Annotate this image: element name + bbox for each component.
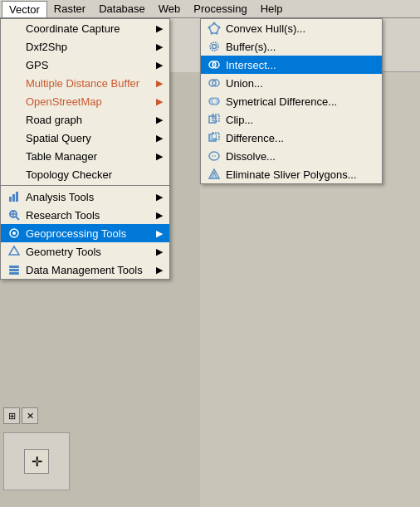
svg-point-17 [211,32,213,35]
table-manager-icon [6,149,22,163]
svg-marker-13 [209,23,219,33]
menu-help[interactable]: Help [254,1,290,17]
menu-item-data-mgmt-tools[interactable]: Data Management Tools ▶ [1,261,169,279]
menu-item-table-manager[interactable]: Table Manager ▶ [1,147,169,165]
menu-item-intersect[interactable]: Intersect... [201,56,382,74]
svg-point-14 [213,22,216,25]
menu-item-research-tools[interactable]: Research Tools ▶ [1,206,169,224]
mdb-icon [6,76,22,90]
svg-point-15 [218,27,221,29]
menu-item-union[interactable]: Union... [201,74,382,92]
menu-item-dxf2shp[interactable]: Dxf2Shp ▶ [1,37,169,56]
intersect-icon [206,58,222,71]
svg-line-4 [16,217,19,220]
mini-panel: ✛ [3,432,70,490]
svg-rect-10 [9,266,19,268]
panel-small-toolbar: ⊞ ✕ [3,407,38,424]
menu-item-analysis-tools[interactable]: Analysis Tools ▶ [1,188,169,206]
research-tools-icon [6,208,22,222]
menubar: Vector Raster Database Web Processing He… [0,0,420,18]
union-icon [206,76,222,90]
svg-point-8 [12,232,16,235]
svg-rect-1 [12,194,15,202]
analysis-tools-icon [6,190,22,203]
sym-diff-icon [206,95,222,108]
eliminate-sliver-icon [206,168,222,181]
menu-item-dissolve[interactable]: Dissolve... [201,147,382,165]
menu-web[interactable]: Web [152,1,188,17]
convex-hull-icon [206,22,222,35]
svg-rect-12 [9,272,19,275]
menu-item-clip[interactable]: Clip... [201,110,382,129]
compass-btn[interactable]: ✛ [24,449,49,474]
road-graph-icon [6,113,22,126]
geoprocessing-tools-icon [6,227,22,240]
svg-point-16 [216,32,218,35]
vector-dropdown: Coordinate Capture ▶ Dxf2Shp ▶ GPS ▶ Mul… [0,18,170,280]
gps-icon [6,58,22,71]
dxf2shp-icon [6,40,22,53]
geo-submenu: Convex Hull(s)... Buffer(s)... Intersect… [200,18,383,184]
menu-item-spatial-query[interactable]: Spatial Query ▶ [1,129,169,147]
osm-icon [6,95,22,108]
separator-1 [1,185,169,186]
svg-point-19 [210,42,218,51]
svg-marker-9 [9,246,19,255]
svg-point-18 [208,27,211,29]
svg-rect-29 [212,116,216,119]
menu-processing[interactable]: Processing [187,1,253,17]
svg-point-20 [212,45,217,49]
clip-icon [206,113,222,126]
data-mgmt-tools-icon [6,263,22,276]
menu-item-eliminate-sliver[interactable]: Eliminate Sliver Polygons... [201,165,382,183]
menu-item-convex-hull[interactable]: Convex Hull(s)... [201,19,382,37]
menu-item-mdb[interactable]: Multiple Distance Buffer ▶ [1,74,169,92]
topology-checker-icon [6,168,22,181]
difference-icon [206,131,222,144]
menu-raster[interactable]: Raster [47,1,92,17]
panel-btn-1[interactable]: ⊞ [3,407,20,424]
svg-rect-11 [9,269,19,271]
menu-item-sym-diff[interactable]: Symetrical Difference... [201,92,382,110]
menu-item-topology-checker[interactable]: Topology Checker [1,165,169,183]
menu-item-geoprocessing-tools[interactable]: Geoprocessing Tools ▶ [1,224,169,242]
buffer-icon [206,40,222,53]
menu-item-osm[interactable]: OpenStreetMap ▶ [1,92,169,110]
menu-item-gps[interactable]: GPS ▶ [1,56,169,74]
svg-rect-32 [212,134,216,138]
menu-item-coord-capture[interactable]: Coordinate Capture ▶ [1,19,169,37]
geometry-tools-icon [6,245,22,258]
menu-item-road-graph[interactable]: Road graph ▶ [1,110,169,129]
menu-item-buffer[interactable]: Buffer(s)... [201,37,382,56]
svg-rect-0 [9,197,12,202]
coord-capture-icon [6,22,22,35]
menu-item-geometry-tools[interactable]: Geometry Tools ▶ [1,242,169,261]
dissolve-icon [206,149,222,163]
svg-rect-2 [16,192,18,202]
menu-database[interactable]: Database [92,1,152,17]
menu-vector[interactable]: Vector [2,1,47,17]
menu-item-difference[interactable]: Difference... [201,129,382,147]
panel-btn-2[interactable]: ✕ [22,407,38,424]
spatial-query-icon [6,131,22,144]
